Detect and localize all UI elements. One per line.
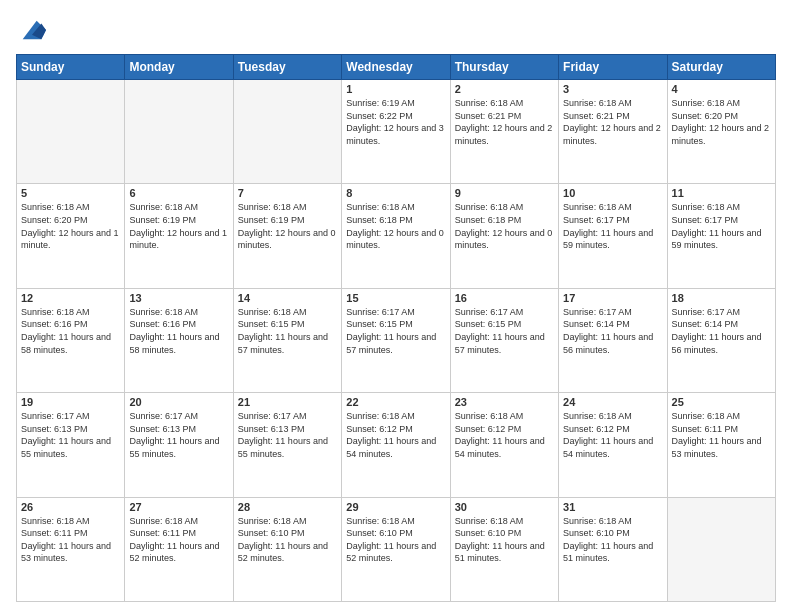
calendar-cell: 30Sunrise: 6:18 AM Sunset: 6:10 PM Dayli… — [450, 497, 558, 601]
day-number: 31 — [563, 501, 662, 513]
day-number: 11 — [672, 187, 771, 199]
day-info: Sunrise: 6:18 AM Sunset: 6:12 PM Dayligh… — [563, 410, 662, 460]
day-number: 10 — [563, 187, 662, 199]
calendar-cell — [233, 80, 341, 184]
calendar-cell: 2Sunrise: 6:18 AM Sunset: 6:21 PM Daylig… — [450, 80, 558, 184]
day-info: Sunrise: 6:17 AM Sunset: 6:13 PM Dayligh… — [238, 410, 337, 460]
calendar-cell: 16Sunrise: 6:17 AM Sunset: 6:15 PM Dayli… — [450, 288, 558, 392]
day-number: 30 — [455, 501, 554, 513]
calendar-cell: 22Sunrise: 6:18 AM Sunset: 6:12 PM Dayli… — [342, 393, 450, 497]
calendar-cell: 7Sunrise: 6:18 AM Sunset: 6:19 PM Daylig… — [233, 184, 341, 288]
day-info: Sunrise: 6:18 AM Sunset: 6:12 PM Dayligh… — [455, 410, 554, 460]
calendar-cell: 25Sunrise: 6:18 AM Sunset: 6:11 PM Dayli… — [667, 393, 775, 497]
day-number: 23 — [455, 396, 554, 408]
calendar-cell — [667, 497, 775, 601]
day-header-wednesday: Wednesday — [342, 55, 450, 80]
day-info: Sunrise: 6:19 AM Sunset: 6:22 PM Dayligh… — [346, 97, 445, 147]
calendar-cell: 18Sunrise: 6:17 AM Sunset: 6:14 PM Dayli… — [667, 288, 775, 392]
day-header-friday: Friday — [559, 55, 667, 80]
calendar-cell: 27Sunrise: 6:18 AM Sunset: 6:11 PM Dayli… — [125, 497, 233, 601]
day-number: 13 — [129, 292, 228, 304]
day-header-tuesday: Tuesday — [233, 55, 341, 80]
calendar-week-3: 12Sunrise: 6:18 AM Sunset: 6:16 PM Dayli… — [17, 288, 776, 392]
calendar-cell: 21Sunrise: 6:17 AM Sunset: 6:13 PM Dayli… — [233, 393, 341, 497]
calendar-cell: 3Sunrise: 6:18 AM Sunset: 6:21 PM Daylig… — [559, 80, 667, 184]
calendar-cell: 4Sunrise: 6:18 AM Sunset: 6:20 PM Daylig… — [667, 80, 775, 184]
calendar-cell: 17Sunrise: 6:17 AM Sunset: 6:14 PM Dayli… — [559, 288, 667, 392]
day-info: Sunrise: 6:18 AM Sunset: 6:18 PM Dayligh… — [346, 201, 445, 251]
calendar-cell — [17, 80, 125, 184]
day-number: 17 — [563, 292, 662, 304]
day-number: 22 — [346, 396, 445, 408]
day-info: Sunrise: 6:18 AM Sunset: 6:21 PM Dayligh… — [455, 97, 554, 147]
day-number: 21 — [238, 396, 337, 408]
day-info: Sunrise: 6:17 AM Sunset: 6:13 PM Dayligh… — [129, 410, 228, 460]
day-number: 24 — [563, 396, 662, 408]
day-number: 15 — [346, 292, 445, 304]
header — [16, 16, 776, 44]
calendar-cell: 12Sunrise: 6:18 AM Sunset: 6:16 PM Dayli… — [17, 288, 125, 392]
day-header-sunday: Sunday — [17, 55, 125, 80]
day-number: 9 — [455, 187, 554, 199]
day-info: Sunrise: 6:18 AM Sunset: 6:17 PM Dayligh… — [672, 201, 771, 251]
day-number: 7 — [238, 187, 337, 199]
day-number: 5 — [21, 187, 120, 199]
calendar-week-4: 19Sunrise: 6:17 AM Sunset: 6:13 PM Dayli… — [17, 393, 776, 497]
logo-icon — [18, 16, 46, 44]
calendar-week-2: 5Sunrise: 6:18 AM Sunset: 6:20 PM Daylig… — [17, 184, 776, 288]
day-info: Sunrise: 6:18 AM Sunset: 6:10 PM Dayligh… — [346, 515, 445, 565]
calendar-cell: 13Sunrise: 6:18 AM Sunset: 6:16 PM Dayli… — [125, 288, 233, 392]
day-number: 14 — [238, 292, 337, 304]
calendar-cell: 19Sunrise: 6:17 AM Sunset: 6:13 PM Dayli… — [17, 393, 125, 497]
day-info: Sunrise: 6:18 AM Sunset: 6:11 PM Dayligh… — [129, 515, 228, 565]
day-info: Sunrise: 6:18 AM Sunset: 6:19 PM Dayligh… — [129, 201, 228, 251]
day-number: 26 — [21, 501, 120, 513]
day-info: Sunrise: 6:18 AM Sunset: 6:16 PM Dayligh… — [21, 306, 120, 356]
day-info: Sunrise: 6:17 AM Sunset: 6:15 PM Dayligh… — [346, 306, 445, 356]
logo-area — [16, 16, 46, 44]
calendar-cell: 10Sunrise: 6:18 AM Sunset: 6:17 PM Dayli… — [559, 184, 667, 288]
calendar-cell: 15Sunrise: 6:17 AM Sunset: 6:15 PM Dayli… — [342, 288, 450, 392]
calendar-cell: 20Sunrise: 6:17 AM Sunset: 6:13 PM Dayli… — [125, 393, 233, 497]
calendar-week-5: 26Sunrise: 6:18 AM Sunset: 6:11 PM Dayli… — [17, 497, 776, 601]
day-info: Sunrise: 6:17 AM Sunset: 6:14 PM Dayligh… — [563, 306, 662, 356]
day-info: Sunrise: 6:17 AM Sunset: 6:15 PM Dayligh… — [455, 306, 554, 356]
calendar-cell: 29Sunrise: 6:18 AM Sunset: 6:10 PM Dayli… — [342, 497, 450, 601]
calendar-header-row: SundayMondayTuesdayWednesdayThursdayFrid… — [17, 55, 776, 80]
day-number: 12 — [21, 292, 120, 304]
day-info: Sunrise: 6:18 AM Sunset: 6:15 PM Dayligh… — [238, 306, 337, 356]
day-number: 20 — [129, 396, 228, 408]
day-header-monday: Monday — [125, 55, 233, 80]
day-info: Sunrise: 6:18 AM Sunset: 6:16 PM Dayligh… — [129, 306, 228, 356]
day-info: Sunrise: 6:18 AM Sunset: 6:18 PM Dayligh… — [455, 201, 554, 251]
calendar-cell: 26Sunrise: 6:18 AM Sunset: 6:11 PM Dayli… — [17, 497, 125, 601]
day-number: 1 — [346, 83, 445, 95]
day-info: Sunrise: 6:18 AM Sunset: 6:20 PM Dayligh… — [21, 201, 120, 251]
calendar-cell: 9Sunrise: 6:18 AM Sunset: 6:18 PM Daylig… — [450, 184, 558, 288]
day-info: Sunrise: 6:18 AM Sunset: 6:10 PM Dayligh… — [238, 515, 337, 565]
day-number: 25 — [672, 396, 771, 408]
calendar-cell: 5Sunrise: 6:18 AM Sunset: 6:20 PM Daylig… — [17, 184, 125, 288]
day-number: 6 — [129, 187, 228, 199]
calendar-cell: 11Sunrise: 6:18 AM Sunset: 6:17 PM Dayli… — [667, 184, 775, 288]
calendar-cell: 31Sunrise: 6:18 AM Sunset: 6:10 PM Dayli… — [559, 497, 667, 601]
day-header-thursday: Thursday — [450, 55, 558, 80]
day-number: 29 — [346, 501, 445, 513]
day-number: 19 — [21, 396, 120, 408]
calendar-cell: 23Sunrise: 6:18 AM Sunset: 6:12 PM Dayli… — [450, 393, 558, 497]
calendar-cell: 24Sunrise: 6:18 AM Sunset: 6:12 PM Dayli… — [559, 393, 667, 497]
day-number: 3 — [563, 83, 662, 95]
calendar-cell: 8Sunrise: 6:18 AM Sunset: 6:18 PM Daylig… — [342, 184, 450, 288]
day-number: 18 — [672, 292, 771, 304]
day-number: 2 — [455, 83, 554, 95]
logo — [16, 16, 46, 44]
day-info: Sunrise: 6:18 AM Sunset: 6:10 PM Dayligh… — [563, 515, 662, 565]
page: SundayMondayTuesdayWednesdayThursdayFrid… — [0, 0, 792, 612]
calendar-cell: 28Sunrise: 6:18 AM Sunset: 6:10 PM Dayli… — [233, 497, 341, 601]
day-number: 8 — [346, 187, 445, 199]
day-info: Sunrise: 6:18 AM Sunset: 6:11 PM Dayligh… — [672, 410, 771, 460]
day-info: Sunrise: 6:18 AM Sunset: 6:11 PM Dayligh… — [21, 515, 120, 565]
day-number: 28 — [238, 501, 337, 513]
calendar-cell: 6Sunrise: 6:18 AM Sunset: 6:19 PM Daylig… — [125, 184, 233, 288]
calendar-cell — [125, 80, 233, 184]
